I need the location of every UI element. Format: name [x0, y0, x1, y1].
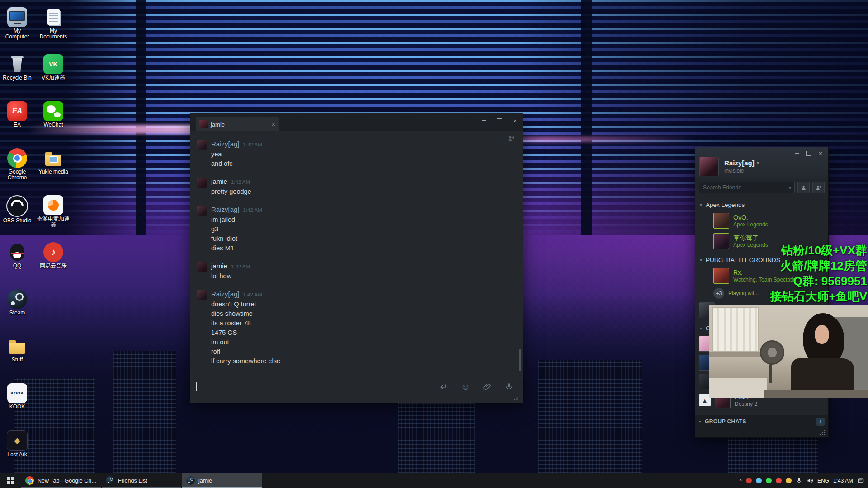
mic-tray-icon[interactable] — [796, 477, 802, 484]
maximize-button[interactable] — [803, 149, 815, 158]
message-author[interactable]: jamie — [211, 261, 227, 271]
avatar[interactable] — [197, 140, 207, 150]
group-chats-bar[interactable]: ▾ GROUP CHATS + — [695, 415, 828, 427]
desktop-icon-my-computer[interactable]: My Computer — [0, 7, 34, 53]
friend-name: 草你莓了 — [733, 234, 768, 242]
avatar[interactable] — [197, 178, 207, 188]
clear-search-icon[interactable]: × — [788, 184, 792, 191]
chat-message: jamie1:42 AMpretty goodge — [197, 177, 514, 197]
window-controls: × — [791, 149, 826, 158]
friend-avatar[interactable] — [713, 268, 729, 284]
kook-icon: KOOK — [7, 383, 27, 403]
chrome-icon — [25, 476, 34, 485]
desktop-icon-label: My Documents — [34, 28, 72, 40]
category-label: PUBG: BATTLEGROUNDS — [706, 257, 780, 263]
message-author[interactable]: Raizy[ag] — [211, 139, 240, 149]
send-message-icon[interactable]: ↵ — [439, 381, 449, 392]
desktop-icon-ea[interactable]: EAEA — [0, 101, 34, 147]
message-text: dies M1 — [211, 244, 262, 253]
user-identity: Raizy[ag] ▾ Invisible — [724, 159, 759, 174]
close-button[interactable]: × — [815, 149, 826, 158]
desktop-icon-steam[interactable]: Steam — [0, 289, 34, 335]
volume-tray-icon[interactable] — [807, 477, 813, 484]
friend-name: OvO. — [733, 214, 768, 221]
taskbar-button-steam-chat-jamie[interactable]: jamie — [182, 473, 262, 488]
minimize-button[interactable] — [791, 149, 803, 158]
friend-avatar[interactable] — [713, 233, 729, 249]
desktop-icon-kook[interactable]: KOOKKOOK — [0, 383, 34, 429]
friend-game-status: Apex Legends — [733, 242, 768, 249]
attach-file-icon[interactable] — [482, 381, 493, 392]
message-text: its a roster 78 — [211, 319, 280, 328]
message-author[interactable]: Raizy[ag] — [211, 205, 240, 214]
friends-category-header[interactable]: ▾Apex Legends — [695, 199, 828, 211]
chat-input[interactable] — [196, 375, 423, 398]
user-name-row[interactable]: Raizy[ag] ▾ — [724, 159, 759, 167]
message-timestamp: 1:42 AM — [231, 178, 250, 187]
desktop-icon-recycle-bin[interactable]: Recycle Bin — [0, 54, 34, 100]
message-text: g3 — [211, 225, 262, 234]
voice-chat-icon[interactable] — [504, 381, 514, 392]
close-button[interactable]: × — [507, 113, 523, 128]
desktop-icon-label: Google Chrome — [0, 169, 34, 181]
resize-grip-icon[interactable] — [514, 395, 519, 400]
desktop-icon-qiyou-accelerator[interactable]: 奇游电竞加速器 — [34, 195, 72, 241]
webcam-window-blinds — [712, 307, 759, 352]
friend-avatar[interactable] — [713, 213, 729, 229]
message-author[interactable]: jamie — [211, 177, 227, 186]
webcam-floor — [764, 390, 868, 398]
add-friend-button[interactable] — [812, 182, 825, 193]
resize-grip-icon[interactable] — [820, 430, 825, 435]
friend-row[interactable]: OvO.Apex Legends — [695, 211, 828, 231]
language-indicator[interactable]: ENG — [817, 478, 829, 484]
desktop-icon-netease-music[interactable]: ♪网易云音乐 — [34, 242, 72, 288]
desktop-icon-my-documents[interactable]: My Documents — [34, 7, 72, 53]
desktop-icon-yukie-media[interactable]: Yukie media — [34, 148, 72, 194]
avatar[interactable] — [197, 206, 207, 216]
desktop-icon-wechat[interactable]: WeChat — [34, 101, 72, 147]
chat-scrollbar[interactable] — [519, 349, 521, 371]
chat-message: Raizy[ag]1:42 AMyeaand ofc — [197, 139, 514, 169]
security-tray-icon[interactable] — [776, 478, 782, 483]
wechat-tray-icon[interactable] — [766, 478, 772, 483]
taskbar-button-steam-friends-list[interactable]: Friends List — [101, 473, 182, 488]
search-friends-input[interactable] — [702, 184, 788, 191]
qq-icon — [7, 242, 27, 262]
emoji-picker-icon[interactable]: ☺ — [460, 381, 471, 392]
hidden-icons-chevron[interactable]: ^ — [739, 478, 742, 484]
desktop-icon-google-chrome[interactable]: Google Chrome — [0, 148, 34, 194]
desktop-icon-label: OBS Studio — [0, 218, 34, 224]
minimize-button[interactable] — [476, 113, 492, 128]
chat-tab-title: jamie — [211, 121, 269, 128]
desktop-icon-lost-ark[interactable]: ◆Lost Ark — [0, 430, 34, 476]
desktop-icon-stuff[interactable]: Stuff — [0, 336, 34, 382]
maximize-button[interactable] — [492, 113, 507, 128]
notification-center-icon[interactable] — [857, 477, 864, 484]
chat-tab-close-icon[interactable]: × — [272, 121, 275, 128]
user-avatar[interactable] — [699, 157, 719, 176]
friends-view-button[interactable] — [797, 182, 810, 193]
desktop-icon-qq[interactable]: QQ — [0, 242, 34, 288]
desktop-icon-label: WeChat — [34, 122, 72, 128]
party-status: Playing wit... — [728, 290, 759, 297]
currency-tray-icon[interactable] — [786, 478, 792, 483]
maximize-icon — [497, 118, 502, 123]
message-author[interactable]: Raizy[ag] — [211, 289, 240, 299]
desktop-icon-vk-accelerator[interactable]: VKVK加速器 — [34, 54, 72, 100]
chat-tab[interactable]: jamie × — [196, 117, 279, 131]
netease-music-tray-icon[interactable] — [746, 478, 752, 483]
start-button[interactable] — [0, 473, 21, 488]
steam-tray-icon[interactable] — [756, 478, 762, 483]
desktop-icon-obs-studio[interactable]: OBS Studio — [0, 195, 34, 241]
chat-titlebar[interactable]: jamie × × — [190, 113, 523, 131]
taskbar: New Tab - Google Ch...Friends Listjamie … — [0, 473, 868, 488]
taskbar-button-chrome-new-tab[interactable]: New Tab - Google Ch... — [21, 473, 101, 488]
chevron-down-icon: ▾ — [700, 326, 702, 331]
avatar[interactable] — [197, 262, 207, 272]
avatar[interactable] — [197, 290, 207, 300]
clock[interactable]: 1:43 AM — [833, 478, 853, 484]
webcam-fan — [760, 340, 784, 365]
search-box[interactable]: × — [699, 182, 795, 193]
create-group-chat-button[interactable]: + — [816, 418, 825, 426]
invite-to-chat-icon[interactable] — [507, 135, 515, 145]
